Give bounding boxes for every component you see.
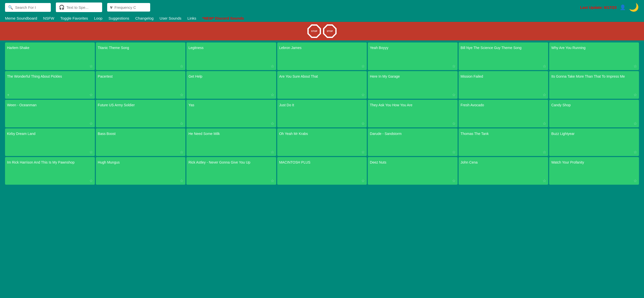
sound-tile-label: Thomas The Tank bbox=[461, 131, 489, 136]
sound-tile-label: Rick Astley - Never Gonna Give You Up bbox=[188, 160, 250, 165]
favorite-star-icon[interactable]: ☆ bbox=[543, 178, 546, 183]
sound-tile[interactable]: Darude - Sandstorm☆ bbox=[368, 128, 458, 156]
sound-tile[interactable]: Are You Sure About That☆ bbox=[277, 71, 367, 99]
favorite-star-icon[interactable]: ☆ bbox=[89, 92, 93, 97]
nav-meme-soundboard[interactable]: Meme Soundboard bbox=[5, 16, 37, 20]
nav-suggestions[interactable]: Suggestions bbox=[108, 16, 129, 20]
favorite-star-icon[interactable]: ☆ bbox=[452, 150, 456, 155]
sound-tile[interactable]: Candy Shop☆ bbox=[549, 100, 639, 127]
add-icon[interactable]: + bbox=[7, 93, 9, 97]
freq-input[interactable] bbox=[114, 5, 147, 10]
favorite-star-icon[interactable]: ☆ bbox=[89, 178, 93, 183]
tts-input[interactable] bbox=[66, 5, 99, 10]
tts-box[interactable]: 🎧 bbox=[56, 3, 102, 12]
sound-tile-label: Kirby Dream Land bbox=[7, 131, 35, 136]
search-box[interactable]: 🔍 bbox=[5, 3, 51, 12]
sound-tile[interactable]: Lebron James☆ bbox=[277, 42, 367, 70]
favorite-star-icon[interactable]: ☆ bbox=[452, 178, 456, 183]
favorite-star-icon[interactable]: ☆ bbox=[361, 150, 365, 155]
sound-tile[interactable]: Just Do It☆ bbox=[277, 100, 367, 127]
sound-tile[interactable]: Kirby Dream Land☆ bbox=[5, 128, 95, 156]
last-update-label: Last Update: 6/17/23 bbox=[580, 5, 617, 10]
favorite-star-icon[interactable]: ☆ bbox=[180, 92, 183, 97]
favorite-star-icon[interactable]: ☆ bbox=[452, 121, 456, 126]
favorite-star-icon[interactable]: ☆ bbox=[633, 121, 637, 126]
sound-tile-label: Get Help bbox=[188, 74, 202, 79]
favorite-star-icon[interactable]: ☆ bbox=[271, 92, 274, 97]
sound-tile[interactable]: Yas☆ bbox=[186, 100, 276, 127]
sound-tile[interactable]: Get Help☆ bbox=[186, 71, 276, 99]
favorite-star-icon[interactable]: ☆ bbox=[633, 150, 637, 155]
nav-nsfw[interactable]: NSFW bbox=[43, 16, 54, 20]
nav-toggle-favorites[interactable]: Toggle Favorites bbox=[60, 16, 88, 20]
sound-tile[interactable]: +The Wonderful Thing About Pickles☆ bbox=[5, 71, 95, 99]
sound-tile[interactable]: He Need Some Milk☆ bbox=[186, 128, 276, 156]
sound-tile-label: Bill Nye The Science Guy Theme Song bbox=[461, 45, 521, 50]
sound-tile[interactable]: Titanic Theme Song☆ bbox=[96, 42, 186, 70]
favorite-star-icon[interactable]: ☆ bbox=[452, 92, 456, 97]
nav-bar: Meme Soundboard NSFW Toggle Favorites Lo… bbox=[0, 15, 644, 22]
sound-tile[interactable]: Rick Astley - Never Gonna Give You Up☆ bbox=[186, 157, 276, 185]
favorite-star-icon[interactable]: ☆ bbox=[271, 121, 274, 126]
favorite-star-icon[interactable]: ☆ bbox=[180, 150, 183, 155]
favorite-star-icon[interactable]: ☆ bbox=[543, 92, 546, 97]
favorite-star-icon[interactable]: ☆ bbox=[271, 64, 274, 69]
sound-tile[interactable]: Ween - Oceanman☆ bbox=[5, 100, 95, 127]
sound-tile[interactable]: Future US Army Soldier☆ bbox=[96, 100, 186, 127]
sound-tile[interactable]: Deez Nuts☆ bbox=[368, 157, 458, 185]
sound-tile-label: Pacertest bbox=[98, 74, 113, 79]
nav-user-sounds[interactable]: User Sounds bbox=[159, 16, 181, 20]
sound-tile[interactable]: Oh Yeah Mr Krabs☆ bbox=[277, 128, 367, 156]
favorite-star-icon[interactable]: ☆ bbox=[361, 64, 365, 69]
sound-tile[interactable]: Harlem Shake☆ bbox=[5, 42, 95, 70]
favorite-star-icon[interactable]: ☆ bbox=[271, 178, 274, 183]
sound-tile[interactable]: Hugh Mungus☆ bbox=[96, 157, 186, 185]
nav-loop[interactable]: Loop bbox=[94, 16, 102, 20]
sound-tile-label: Here In My Garage bbox=[370, 74, 400, 79]
sound-tile[interactable]: Im Rick Harrison And This Is My Pawnshop… bbox=[5, 157, 95, 185]
favorite-star-icon[interactable]: ☆ bbox=[543, 121, 546, 126]
favorite-star-icon[interactable]: ☆ bbox=[361, 121, 365, 126]
favorite-star-icon[interactable]: ☆ bbox=[89, 64, 93, 69]
dark-mode-icon[interactable]: 🌙 bbox=[629, 3, 639, 12]
favorite-star-icon[interactable]: ☆ bbox=[633, 64, 637, 69]
favorite-star-icon[interactable]: ☆ bbox=[543, 150, 546, 155]
sound-tile[interactable]: John Cena☆ bbox=[459, 157, 548, 185]
favorite-star-icon[interactable]: ☆ bbox=[361, 92, 365, 97]
favorite-star-icon[interactable]: ☆ bbox=[89, 121, 93, 126]
favorite-star-icon[interactable]: ☆ bbox=[543, 64, 546, 69]
sound-tile[interactable]: Why Are You Running☆ bbox=[549, 42, 639, 70]
sound-tile[interactable]: They Ask You How You Are☆ bbox=[368, 100, 458, 127]
favorite-star-icon[interactable]: ☆ bbox=[633, 92, 637, 97]
sound-tile[interactable]: Legitness☆ bbox=[186, 42, 276, 70]
favorite-star-icon[interactable]: ☆ bbox=[452, 64, 456, 69]
sound-tile[interactable]: Bass Boost☆ bbox=[96, 128, 186, 156]
nav-changelog[interactable]: Changelog bbox=[135, 16, 154, 20]
sound-tile[interactable]: Fresh Avocado☆ bbox=[459, 100, 548, 127]
sound-tile-label: They Ask You How You Are bbox=[370, 103, 412, 107]
sound-tile[interactable]: Its Gonna Take More Than That To Impress… bbox=[549, 71, 639, 99]
sound-tile[interactable]: Pacertest☆ bbox=[96, 71, 186, 99]
sound-tile[interactable]: Bill Nye The Science Guy Theme Song☆ bbox=[459, 42, 548, 70]
nav-discord-sounds[interactable]: *NEW* Discord Sounds bbox=[202, 16, 244, 20]
search-input[interactable] bbox=[15, 5, 48, 10]
nav-links[interactable]: Links bbox=[187, 16, 196, 20]
sound-tile[interactable]: MACINTOSH PLUS☆ bbox=[277, 157, 367, 185]
sound-tile[interactable]: Mission Failed☆ bbox=[459, 71, 548, 99]
sound-tile[interactable]: Buzz Lightyear☆ bbox=[549, 128, 639, 156]
sound-tile[interactable]: Watch Your Profanity☆ bbox=[549, 157, 639, 185]
freq-box[interactable]: ν bbox=[107, 3, 150, 12]
favorite-star-icon[interactable]: ☆ bbox=[89, 150, 93, 155]
sound-tile-label: Im Rick Harrison And This Is My Pawnshop bbox=[7, 160, 74, 165]
sound-tile-label: Yeah Boyyy bbox=[370, 45, 388, 50]
favorite-star-icon[interactable]: ☆ bbox=[361, 178, 365, 183]
favorite-star-icon[interactable]: ☆ bbox=[180, 121, 183, 126]
sound-tile[interactable]: Thomas The Tank☆ bbox=[459, 128, 548, 156]
favorite-star-icon[interactable]: ☆ bbox=[180, 178, 183, 183]
favorite-star-icon[interactable]: ☆ bbox=[271, 150, 274, 155]
favorite-star-icon[interactable]: ☆ bbox=[633, 178, 637, 183]
sound-tile[interactable]: Yeah Boyyy☆ bbox=[368, 42, 458, 70]
favorite-star-icon[interactable]: ☆ bbox=[180, 64, 183, 69]
profile-icon[interactable]: 👤 bbox=[620, 4, 626, 10]
sound-tile[interactable]: Here In My Garage☆ bbox=[368, 71, 458, 99]
